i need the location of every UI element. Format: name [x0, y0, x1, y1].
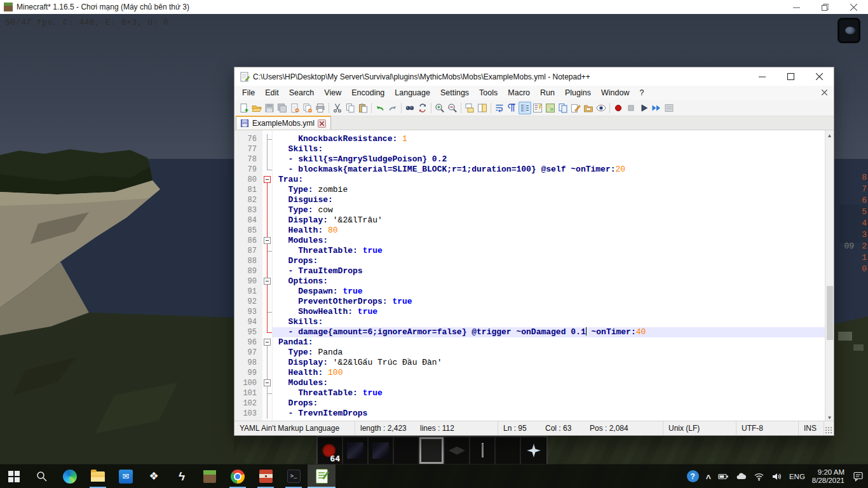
line-number[interactable]: 99: [234, 368, 262, 378]
code-line[interactable]: 101 ThreatTable: true: [234, 388, 834, 398]
code-line[interactable]: 79 - blockmask{material=SLIME_BLOCK;r=1;…: [234, 165, 834, 175]
fold-marker-br[interactable]: [264, 176, 271, 183]
code-text[interactable]: Skills:: [273, 144, 825, 154]
menu-item-macro[interactable]: Macro: [503, 86, 535, 99]
line-number[interactable]: 76: [234, 134, 262, 144]
menu-item-run[interactable]: Run: [535, 86, 560, 99]
line-number[interactable]: 95: [234, 327, 262, 337]
notepadpp-close-button[interactable]: [805, 67, 834, 86]
code-line[interactable]: 77 Skills:: [234, 144, 834, 154]
code-line[interactable]: 81 Type: zombie: [234, 185, 834, 195]
fold-margin-cell[interactable]: [262, 144, 273, 154]
npp-editor[interactable]: 76 KnockbackResistance: 177 Skills:78 - …: [234, 130, 834, 423]
zoom-in-button[interactable]: [433, 102, 446, 114]
fold-margin-cell[interactable]: [262, 409, 273, 419]
notepadpp-minimize-button[interactable]: [748, 67, 776, 86]
code-line[interactable]: 96Panda1:: [234, 337, 834, 348]
save-file-button[interactable]: [263, 102, 276, 114]
fold-marker-bg[interactable]: [264, 379, 271, 386]
fold-margin-cell[interactable]: [262, 165, 273, 175]
line-number[interactable]: 98: [234, 358, 262, 368]
code-line[interactable]: 102 Drops:: [234, 398, 834, 409]
clock[interactable]: 9:20 AM 8/28/2021: [812, 468, 844, 485]
fold-margin-cell[interactable]: [262, 368, 273, 378]
line-number[interactable]: 93: [234, 307, 262, 317]
taskbar-app-cmd[interactable]: [280, 464, 308, 488]
scrollbar-thumb[interactable]: [827, 286, 833, 340]
notification-center-icon[interactable]: [853, 471, 864, 482]
line-number[interactable]: 79: [234, 165, 262, 175]
taskbar-app-chrome[interactable]: [224, 464, 252, 488]
function-list-button[interactable]: [531, 102, 544, 114]
menu-item-edit[interactable]: Edit: [260, 86, 284, 99]
tab-examplemobs[interactable]: ExampleMobs.yml: [236, 116, 331, 130]
code-text[interactable]: ThreatTable: true: [273, 388, 825, 398]
sync-horizontal-button[interactable]: [476, 102, 489, 114]
code-text[interactable]: Panda1:: [273, 337, 825, 348]
menu-item-help[interactable]: ?: [634, 86, 649, 99]
code-text[interactable]: Disguise:: [273, 195, 825, 205]
help-tray-icon[interactable]: [687, 470, 699, 482]
line-number[interactable]: 85: [234, 226, 262, 236]
line-number[interactable]: 94: [234, 317, 262, 327]
line-number[interactable]: 92: [234, 297, 262, 307]
line-number[interactable]: 77: [234, 144, 262, 154]
taskbar-app-lightning[interactable]: [168, 464, 196, 488]
tray-chevron-up-icon[interactable]: [706, 471, 711, 482]
taskbar-app-mail[interactable]: [112, 464, 140, 488]
taskbar-search-button[interactable]: [28, 464, 56, 488]
code-text[interactable]: Trau:: [273, 175, 825, 185]
line-number[interactable]: 87: [234, 246, 262, 256]
fold-margin-cell[interactable]: [262, 307, 273, 317]
taskbar-app-dropbox[interactable]: [140, 464, 168, 488]
save-all-button[interactable]: [276, 102, 288, 114]
menu-item-encoding[interactable]: Encoding: [346, 86, 390, 99]
fold-margin-cell[interactable]: [262, 276, 273, 287]
code-line[interactable]: 80Trau:: [234, 175, 834, 185]
menu-item-tools[interactable]: Tools: [474, 86, 503, 99]
code-text[interactable]: Display: '&2&lTrâu': [273, 215, 825, 226]
code-text[interactable]: Drops:: [273, 398, 825, 409]
line-number[interactable]: 80: [234, 175, 262, 185]
line-number[interactable]: 91: [234, 287, 262, 297]
fold-margin-cell[interactable]: [262, 388, 273, 398]
line-number[interactable]: 84: [234, 215, 262, 226]
code-line[interactable]: 97 Type: Panda: [234, 348, 834, 358]
status-ins-mode[interactable]: INS: [799, 421, 824, 435]
fold-margin-cell[interactable]: [262, 215, 273, 226]
line-number[interactable]: 83: [234, 205, 262, 215]
fold-margin-cell[interactable]: [262, 134, 273, 144]
menu-item-view[interactable]: View: [319, 86, 346, 99]
fold-margin-cell[interactable]: [262, 398, 273, 409]
speaker-icon[interactable]: [771, 471, 782, 482]
status-eol[interactable]: Unix (LF): [663, 421, 736, 435]
code-text[interactable]: Modules:: [273, 378, 825, 388]
code-line[interactable]: 94 Skills:: [234, 317, 834, 327]
indent-guide-button[interactable]: [519, 102, 531, 114]
code-text[interactable]: Health: 80: [273, 226, 825, 236]
minecraft-close-button[interactable]: [839, 0, 868, 14]
menu-item-file[interactable]: File: [237, 86, 260, 99]
fold-margin-cell[interactable]: [262, 266, 273, 276]
wifi-icon[interactable]: [754, 471, 764, 482]
line-number[interactable]: 90: [234, 276, 262, 287]
code-line[interactable]: 92 PreventOtherDrops: true: [234, 297, 834, 307]
fold-margin-cell[interactable]: [262, 358, 273, 368]
code-line[interactable]: 95 - damage{amount=6;ignoreArmor=false} …: [234, 327, 834, 337]
code-text[interactable]: ThreatTable: true: [273, 246, 825, 256]
battery-icon[interactable]: [718, 471, 729, 482]
code-line[interactable]: 82 Disguise:: [234, 195, 834, 205]
close-all-button[interactable]: [301, 102, 314, 114]
fold-margin-cell[interactable]: [262, 236, 273, 246]
document-list-button[interactable]: [557, 102, 569, 114]
code-line[interactable]: 78 - skill{s=AngrySludgePoison} 0.2: [234, 154, 834, 165]
fold-margin-cell[interactable]: [262, 256, 273, 266]
run-macro-multiple-button[interactable]: [650, 102, 663, 114]
line-number[interactable]: 101: [234, 388, 262, 398]
line-number[interactable]: 82: [234, 195, 262, 205]
code-line[interactable]: 85 Health: 80: [234, 226, 834, 236]
taskbar-app-tnt[interactable]: [252, 464, 280, 488]
undo-button[interactable]: [374, 102, 386, 114]
code-text[interactable]: Health: 100: [273, 368, 825, 378]
taskbar-app-npp[interactable]: [308, 464, 336, 488]
